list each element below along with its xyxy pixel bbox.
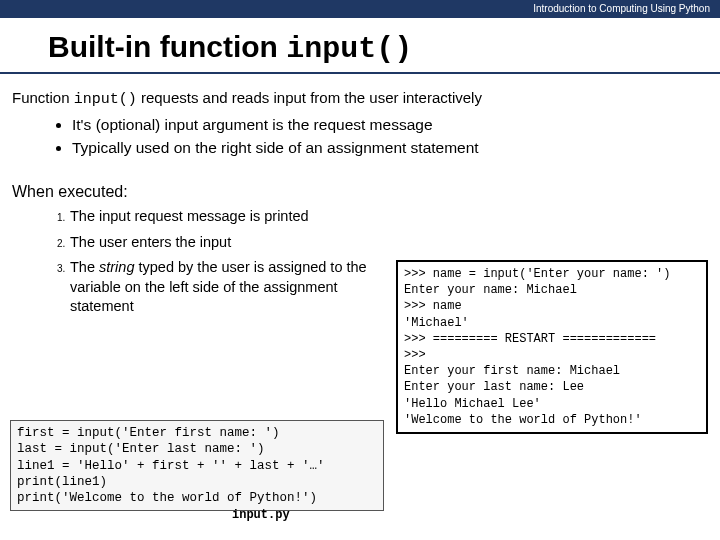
intro-line: Function input() requests and reads inpu… <box>0 88 720 110</box>
source-code-box: first = input('Enter first name: ') last… <box>10 420 384 511</box>
slide-title: Built-in function input() <box>0 18 720 74</box>
step-3-string: string <box>99 259 134 275</box>
step-1: The input request message is printed <box>68 207 380 233</box>
step-3: The string typed by the user is assigned… <box>68 258 380 323</box>
intro-pre: Function <box>12 89 74 106</box>
shell-output-box: >>> name = input('Enter your name: ') En… <box>396 260 708 434</box>
intro-bullets: It's (optional) input argument is the re… <box>0 110 720 159</box>
step-2: The user enters the input <box>68 233 380 259</box>
title-text: Built-in function <box>48 30 286 63</box>
intro-post: requests and reads input from the user i… <box>137 89 482 106</box>
step-3a: The <box>70 259 99 275</box>
bullet-rhs: Typically used on the right side of an a… <box>72 137 720 159</box>
intro-code: input() <box>74 91 137 108</box>
title-code: input() <box>286 32 412 66</box>
course-header: Introduction to Computing Using Python <box>0 0 720 18</box>
bullet-arg: It's (optional) input argument is the re… <box>72 114 720 136</box>
source-caption: input.py <box>232 508 290 522</box>
execution-steps: The input request message is printed The… <box>0 207 380 323</box>
when-executed-label: When executed: <box>0 159 720 207</box>
